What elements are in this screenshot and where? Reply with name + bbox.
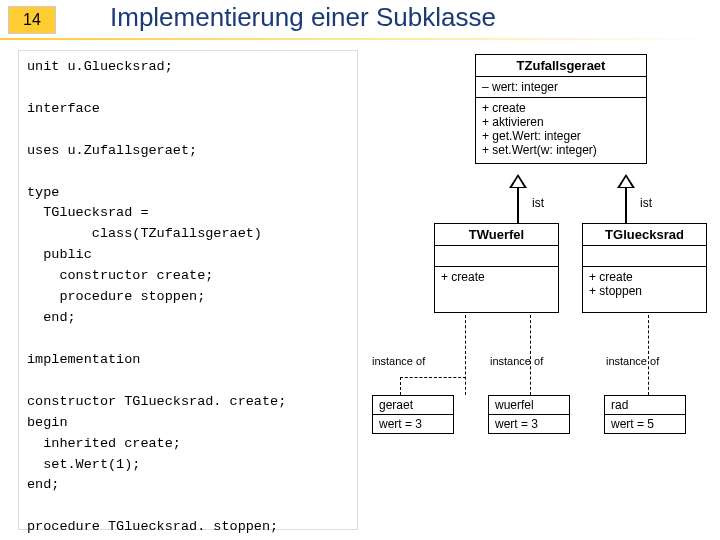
uml-method: + get.Wert: integer <box>482 129 640 143</box>
instance-connector <box>400 377 401 395</box>
instance-value: wert = 5 <box>605 415 685 433</box>
instance-name: wuerfel <box>489 396 569 415</box>
slide-number: 14 <box>8 6 56 34</box>
uml-method: + create <box>589 270 700 284</box>
code-line: type <box>27 183 349 204</box>
instance-connector <box>465 315 466 395</box>
uml-diagram: TZufallsgeraet – wert: integer + create … <box>370 50 710 530</box>
uml-method: + aktivieren <box>482 115 640 129</box>
code-line: unit u.Gluecksrad; <box>27 57 349 78</box>
instance-value: wert = 3 <box>373 415 453 433</box>
divider <box>0 38 720 40</box>
instanceof-label: instance of <box>490 355 543 367</box>
inherit-arrow-icon <box>617 174 635 188</box>
instance-name: geraet <box>373 396 453 415</box>
uml-class-name: TGluecksrad <box>583 224 706 246</box>
instanceof-label: instance of <box>372 355 425 367</box>
uml-attr-empty <box>583 246 706 267</box>
uml-attr: – wert: integer <box>476 77 646 98</box>
code-line: class(TZufallsgeraet) <box>27 224 349 245</box>
connector <box>517 188 519 223</box>
inherit-arrow-icon <box>509 174 527 188</box>
uml-method: + set.Wert(w: integer) <box>482 143 640 157</box>
instance-value: wert = 3 <box>489 415 569 433</box>
code-line: implementation <box>27 350 349 371</box>
uml-method: + create <box>441 270 552 284</box>
code-line: public <box>27 245 349 266</box>
uml-instance-rad: rad wert = 5 <box>604 395 686 434</box>
uml-attr-empty <box>435 246 558 267</box>
instance-name: rad <box>605 396 685 415</box>
uml-class-tgluecksrad: TGluecksrad + create + stoppen <box>582 223 707 313</box>
code-line: constructor create; <box>27 266 349 287</box>
code-line: end; <box>27 475 349 496</box>
uml-method: + stoppen <box>589 284 700 298</box>
uml-class-twuerfel: TWuerfel + create <box>434 223 559 313</box>
uml-instance-wuerfel: wuerfel wert = 3 <box>488 395 570 434</box>
code-line: interface <box>27 99 349 120</box>
code-line: inherited create; <box>27 434 349 455</box>
instanceof-label: instance of <box>606 355 659 367</box>
code-line: procedure TGluecksrad. stoppen; <box>27 517 349 538</box>
code-line: TGluecksrad = <box>27 203 349 224</box>
code-listing: unit u.Gluecksrad; interface uses u.Zufa… <box>18 50 358 530</box>
code-line: uses u.Zufallsgeraet; <box>27 141 349 162</box>
uml-class-name: TWuerfel <box>435 224 558 246</box>
code-line: end; <box>27 308 349 329</box>
code-line: constructor TGluecksrad. create; <box>27 392 349 413</box>
uml-class-tzufallsgeraet: TZufallsgeraet – wert: integer + create … <box>475 54 647 164</box>
ist-label: ist <box>640 196 652 210</box>
instance-connector <box>400 377 466 378</box>
code-line: set.Wert(1); <box>27 455 349 476</box>
connector <box>625 188 627 223</box>
ist-label: ist <box>532 196 544 210</box>
code-line: begin <box>27 413 349 434</box>
uml-method: + create <box>482 101 640 115</box>
code-line: procedure stoppen; <box>27 287 349 308</box>
uml-class-name: TZufallsgeraet <box>476 55 646 77</box>
uml-instance-geraet: geraet wert = 3 <box>372 395 454 434</box>
page-title: Implementierung einer Subklasse <box>110 2 496 33</box>
